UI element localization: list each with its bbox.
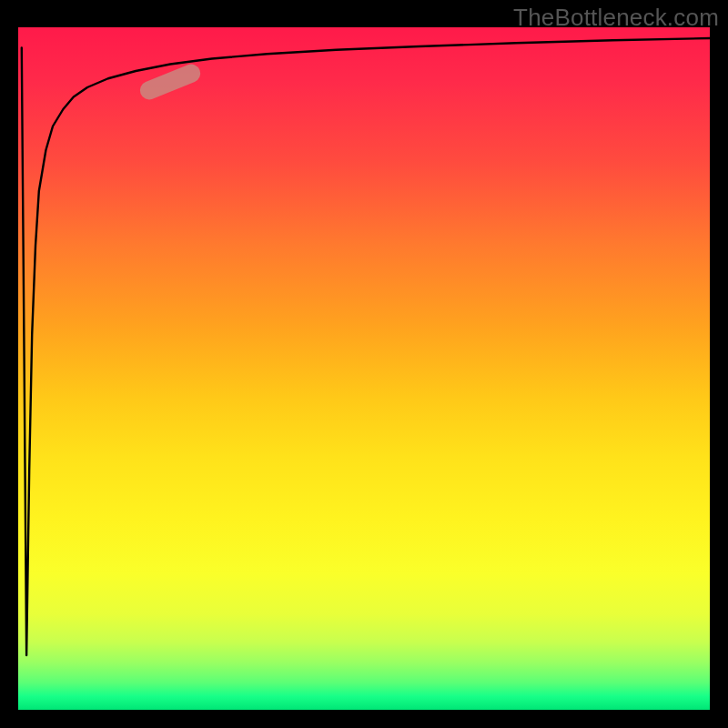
plot-gradient-background bbox=[18, 27, 710, 710]
watermark-text: TheBottleneck.com bbox=[513, 4, 719, 32]
chart-frame: TheBottleneck.com bbox=[0, 0, 728, 728]
